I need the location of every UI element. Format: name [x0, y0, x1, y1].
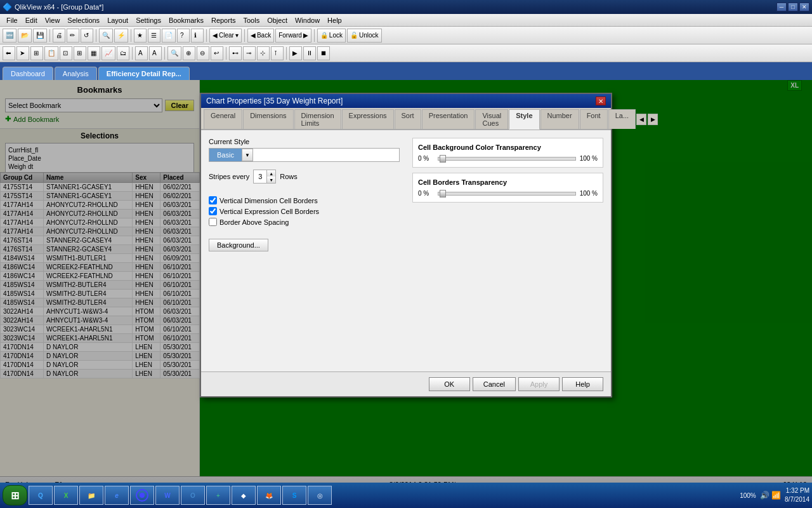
new-button[interactable]: 🆕 [3, 29, 16, 43]
dialog-tab-style[interactable]: Style [509, 109, 539, 130]
tool-btn-1[interactable]: ⬅ [3, 46, 15, 60]
tool-btn-13[interactable]: ⊕ [183, 46, 195, 60]
edit-script-button[interactable]: ✏ [67, 29, 79, 43]
menu-selections[interactable]: Selections [63, 15, 103, 25]
taskbar-skype[interactable]: S [282, 486, 306, 505]
print-button[interactable]: 🖨 [53, 29, 65, 43]
clear-dropdown-button[interactable]: ◀ Clear ▾ [209, 29, 242, 43]
taskbar-qlikview[interactable]: Q [29, 486, 53, 505]
tool-btn-7[interactable]: ▦ [88, 46, 100, 60]
tool-btn-8[interactable]: 📈 [102, 46, 115, 60]
menu-view[interactable]: View [41, 15, 64, 25]
menu-settings[interactable]: Settings [132, 15, 165, 25]
ok-button[interactable]: OK [429, 377, 470, 391]
tool-btn-20[interactable]: ▶ [289, 46, 302, 60]
cancel-button[interactable]: Cancel [473, 377, 516, 391]
forward-button[interactable]: Forward ▶ [275, 29, 311, 43]
maximize-button[interactable]: □ [788, 3, 798, 11]
taskbar-app8[interactable]: ◆ [232, 486, 256, 505]
vert-dim-checkbox[interactable] [209, 196, 217, 204]
menu-file[interactable]: File [3, 15, 22, 25]
bg-slider-thumb[interactable] [440, 155, 446, 163]
tool-btn-18[interactable]: ⊹ [257, 46, 270, 60]
tool-btn-4[interactable]: 📋 [44, 46, 58, 60]
reload-button[interactable]: ↺ [81, 29, 93, 43]
menu-tools[interactable]: Tools [239, 15, 263, 25]
tool-btn-11[interactable]: A [149, 46, 162, 60]
style-dropdown-arrow[interactable]: ▼ [242, 149, 253, 161]
minimize-button[interactable]: ─ [776, 3, 787, 11]
save-button[interactable]: 💾 [33, 29, 47, 43]
dialog-tab-dimensions[interactable]: Dimensions [243, 109, 293, 129]
about-button[interactable]: ℹ [191, 29, 204, 43]
tool-btn-15[interactable]: ↩ [211, 46, 223, 60]
unlock-button[interactable]: 🔓 Unlock [347, 29, 382, 43]
menu-help[interactable]: Help [324, 15, 346, 25]
bookmark-mgr-button[interactable]: ☰ [148, 29, 160, 43]
tab-next-button[interactable]: ▶ [648, 114, 658, 125]
dialog-tab-number[interactable]: Number [540, 109, 579, 129]
help-footer-button[interactable]: Help [562, 377, 603, 391]
style-dropdown[interactable]: Basic ▼ [209, 148, 400, 162]
tab-efficiency[interactable]: Efficiency Detail Rep... [98, 67, 190, 80]
tool-btn-21[interactable]: ⏸ [303, 46, 316, 60]
tool-btn-12[interactable]: 🔍 [167, 46, 181, 60]
taskbar-app11[interactable]: ◎ [308, 486, 332, 505]
tool-btn-10[interactable]: A [135, 46, 148, 60]
tool-btn-16[interactable]: ⊷ [229, 46, 242, 60]
find-button[interactable]: 🔍 [99, 29, 113, 43]
tool-btn-5[interactable]: ⊡ [60, 46, 72, 60]
back-button[interactable]: ◀ Back [247, 29, 274, 43]
dialog-tab-la[interactable]: La... [608, 109, 636, 129]
menu-bookmarks[interactable]: Bookmarks [165, 15, 207, 25]
dialog-tab-general[interactable]: General [204, 109, 242, 129]
dialog-tab-expressions[interactable]: Expressions [342, 109, 394, 129]
tool-btn-22[interactable]: ⏹ [317, 46, 330, 60]
dialog-close-button[interactable]: ✕ [596, 97, 606, 105]
apply-button[interactable]: Apply [518, 377, 560, 391]
help-button[interactable]: ? [177, 29, 190, 43]
tool-btn-19[interactable]: ⊺ [271, 46, 284, 60]
taskbar-outlook[interactable]: O [181, 486, 205, 505]
open-button[interactable]: 📂 [18, 29, 32, 43]
tool-btn-2[interactable]: ➤ [16, 46, 29, 60]
tool-btn-17[interactable]: ⊸ [243, 46, 256, 60]
dialog-tab-visual-cues[interactable]: Visual Cues [475, 109, 508, 129]
tool-btn-3[interactable]: ⊞ [30, 46, 43, 60]
stripes-up-button[interactable]: ▲ [266, 170, 275, 177]
background-button[interactable]: Background... [209, 239, 268, 251]
dialog-tab-presentation[interactable]: Presentation [422, 109, 475, 129]
start-button[interactable]: ⊞ [3, 485, 27, 505]
menu-layout[interactable]: Layout [103, 15, 132, 25]
stripes-down-button[interactable]: ▼ [266, 177, 275, 183]
taskbar-word[interactable]: W [155, 486, 180, 505]
lock-button[interactable]: 🔒 Lock [317, 29, 346, 43]
taskbar-firefox[interactable]: 🦊 [257, 486, 281, 505]
taskbar-chrome[interactable] [130, 486, 154, 505]
menu-window[interactable]: Window [291, 15, 324, 25]
tab-prev-button[interactable]: ◀ [636, 114, 646, 125]
dialog-tab-font[interactable]: Font [580, 109, 608, 129]
tab-analysis[interactable]: Analysis [55, 67, 97, 80]
close-button[interactable]: ✕ [799, 3, 809, 11]
alert-button[interactable]: ⚡ [114, 29, 128, 43]
tab-dashboard[interactable]: Dashboard [3, 67, 53, 80]
taskbar-app7[interactable]: + [206, 486, 230, 505]
bookmark-add-button[interactable]: ★ [134, 29, 147, 43]
taskbar-explorer[interactable]: 📁 [79, 486, 103, 505]
borders-slider-track[interactable] [438, 192, 576, 196]
menu-reports[interactable]: Reports [207, 15, 240, 25]
borders-slider-thumb[interactable] [440, 190, 446, 197]
taskbar-excel[interactable]: X [54, 486, 78, 505]
bg-slider-track[interactable] [438, 157, 576, 161]
dialog-tab-dim-limits[interactable]: Dimension Limits [294, 109, 341, 129]
report-button[interactable]: 📄 [162, 29, 176, 43]
menu-object[interactable]: Object [263, 15, 291, 25]
menu-edit[interactable]: Edit [22, 15, 41, 25]
dialog-tab-sort[interactable]: Sort [395, 109, 421, 129]
taskbar-ie[interactable]: e [105, 486, 129, 505]
taskbar-clock[interactable]: 1:32 PM 8/7/2014 [785, 486, 809, 504]
tool-btn-6[interactable]: ⊞ [74, 46, 86, 60]
vert-expr-checkbox[interactable] [209, 207, 217, 215]
border-above-checkbox[interactable] [209, 218, 217, 226]
